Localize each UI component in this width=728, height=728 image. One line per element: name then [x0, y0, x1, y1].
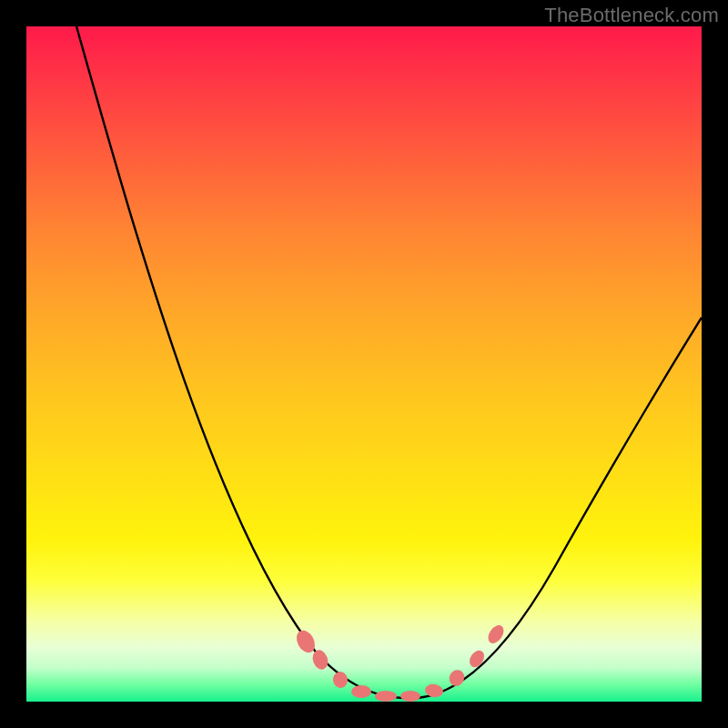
marker-group	[293, 622, 507, 702]
curve-marker	[351, 685, 371, 698]
curve-marker	[400, 691, 420, 702]
curve-marker	[332, 671, 349, 690]
plot-area	[26, 26, 702, 702]
chart-svg	[26, 26, 702, 702]
watermark-text: TheBottleneck.com	[544, 4, 719, 27]
curve-marker	[310, 648, 331, 672]
curve-marker	[447, 667, 467, 688]
bottleneck-curve	[76, 26, 702, 698]
curve-marker	[375, 691, 397, 702]
outer-frame: TheBottleneck.com	[0, 0, 728, 728]
curve-marker	[467, 648, 487, 670]
